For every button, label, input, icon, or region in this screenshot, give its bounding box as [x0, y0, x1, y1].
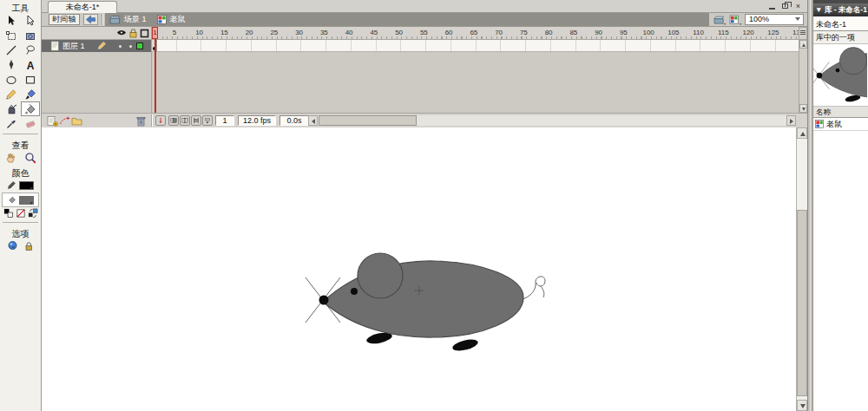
library-document-name[interactable]: 未命名-1 [813, 16, 868, 31]
delete-layer-trash-button[interactable] [135, 115, 147, 127]
free-transform-tool[interactable] [2, 28, 21, 42]
lasso-tool[interactable] [21, 42, 40, 57]
fill-color-control[interactable] [2, 192, 39, 207]
zoom-tool[interactable] [21, 150, 40, 165]
edit-bar-separator [102, 14, 103, 25]
stage-vertical-scrollbar[interactable] [796, 127, 807, 411]
edit-scene-button[interactable] [713, 15, 727, 25]
text-tool[interactable]: A [21, 57, 40, 72]
scene-clapperboard-icon [109, 15, 121, 24]
edit-multiple-frames-button[interactable] [191, 115, 201, 126]
oval-tool[interactable] [2, 72, 21, 87]
playhead-marker[interactable]: 1 [152, 27, 158, 39]
playhead-line[interactable] [155, 39, 156, 113]
scroll-down-arrow[interactable] [799, 104, 807, 113]
eyedropper-tool[interactable] [2, 116, 21, 131]
back-button[interactable] [83, 14, 98, 25]
lock-all-layers-icon[interactable] [128, 29, 138, 38]
color-utility-buttons [0, 207, 41, 219]
library-panel-header[interactable]: ▼ 库 - 未命名-1 [813, 3, 868, 16]
zoom-level-value: 100% [749, 15, 769, 23]
magnifier-icon [24, 152, 36, 164]
breadcrumb: 场景 1 老鼠 [105, 13, 709, 26]
breadcrumb-scene[interactable]: 场景 1 [124, 14, 147, 25]
paint-bucket-tool[interactable] [21, 101, 40, 116]
fill-color-swatch[interactable] [19, 196, 34, 205]
layer-row[interactable]: 图层 1 [42, 40, 152, 52]
restore-button[interactable] [780, 2, 790, 11]
eraser-tool[interactable] [21, 116, 40, 131]
panel-splitter[interactable] [807, 0, 813, 411]
show-layers-as-outlines-icon[interactable] [140, 29, 149, 38]
ink-bottle-tool[interactable] [2, 101, 21, 116]
tool-options [0, 238, 41, 254]
rectangle-tool[interactable] [21, 72, 40, 87]
elapsed-time-field[interactable]: 0.0s [279, 115, 309, 126]
ruler-number: 70 [495, 29, 503, 36]
current-frame-field[interactable]: 1 [215, 115, 234, 126]
show-hide-all-layers-icon[interactable] [116, 29, 127, 36]
scroll-down-arrow[interactable] [797, 400, 807, 411]
selection-tool[interactable] [2, 13, 21, 28]
default-colors-button[interactable] [3, 208, 14, 219]
gradient-transform-tool[interactable] [21, 28, 40, 42]
stroke-color-control[interactable] [0, 178, 41, 192]
lock-fill-option-button[interactable] [23, 240, 35, 252]
layer-visibility-dot[interactable] [119, 45, 122, 48]
tools-panel-title: 工具 [0, 0, 41, 13]
edit-symbol-button[interactable] [729, 15, 742, 25]
onion-skin-outlines-button[interactable] [180, 115, 190, 126]
stroke-color-swatch[interactable] [19, 181, 34, 190]
scroll-up-arrow[interactable] [797, 127, 807, 139]
horizontal-scroll-thumb[interactable] [319, 115, 417, 126]
edit-bar: 时间轴 场景 1 老鼠 100% [42, 13, 807, 27]
timeline-toggle-button[interactable]: 时间轴 [49, 14, 80, 25]
library-preview [813, 44, 868, 107]
minimize-button[interactable] [767, 2, 777, 11]
stage-canvas[interactable] [42, 127, 807, 411]
frame-rate-field[interactable]: 12.0 fps [238, 115, 276, 126]
subselection-tool[interactable] [21, 13, 40, 28]
frame-grid-row[interactable] [152, 40, 799, 52]
hand-tool[interactable] [2, 150, 21, 165]
ruler-number: 110 [693, 29, 704, 36]
layer-name[interactable]: 图层 1 [62, 40, 85, 52]
insert-layer-folder-button[interactable] [71, 115, 82, 127]
brush-icon [24, 88, 36, 101]
center-frame-button[interactable] [155, 115, 166, 126]
library-name-column-header[interactable]: 名称 [813, 107, 868, 118]
pen-tool[interactable] [2, 57, 21, 72]
mouse-back-foot [451, 337, 479, 353]
modify-onion-markers-button[interactable] [202, 115, 213, 126]
document-tab[interactable]: 未命名-1* [48, 1, 117, 13]
ruler-number: 80 [545, 29, 553, 36]
document-tab-bar: 未命名-1* × [42, 0, 807, 13]
brush-tool[interactable] [21, 87, 40, 101]
onion-skin-button[interactable] [168, 115, 179, 126]
add-motion-guide-button[interactable] [59, 115, 70, 127]
breadcrumb-symbol[interactable]: 老鼠 [170, 14, 186, 25]
frame-ruler[interactable]: 5101520253035404550556065707580859095100… [152, 27, 799, 40]
mouse-drawing[interactable] [295, 243, 564, 364]
timeline-horizontal-scrollbar[interactable] [308, 115, 796, 126]
library-item-row[interactable]: 老鼠 [813, 118, 868, 131]
lasso-icon [24, 44, 36, 56]
scroll-left-arrow[interactable] [308, 115, 318, 126]
layer-lock-dot[interactable] [129, 45, 132, 48]
layer-outline-color-square[interactable] [136, 42, 143, 49]
fill-bucket-icon [7, 195, 16, 205]
insert-layer-button[interactable] [47, 115, 58, 127]
no-color-button[interactable] [16, 208, 26, 219]
ruler-number: 95 [620, 29, 628, 36]
pencil-tool[interactable] [2, 87, 21, 101]
timeline-vertical-scrollbar[interactable] [799, 40, 807, 113]
swap-colors-button[interactable] [28, 208, 38, 219]
gap-size-option-button[interactable] [7, 240, 19, 252]
line-tool[interactable] [2, 42, 21, 57]
zoom-level-select[interactable]: 100% [745, 14, 804, 25]
frame-view-menu-button[interactable] [799, 27, 807, 40]
close-button[interactable]: × [793, 2, 803, 11]
scroll-up-arrow[interactable] [799, 40, 807, 49]
scroll-right-arrow[interactable] [786, 115, 796, 126]
vertical-scroll-thumb[interactable] [797, 210, 807, 396]
